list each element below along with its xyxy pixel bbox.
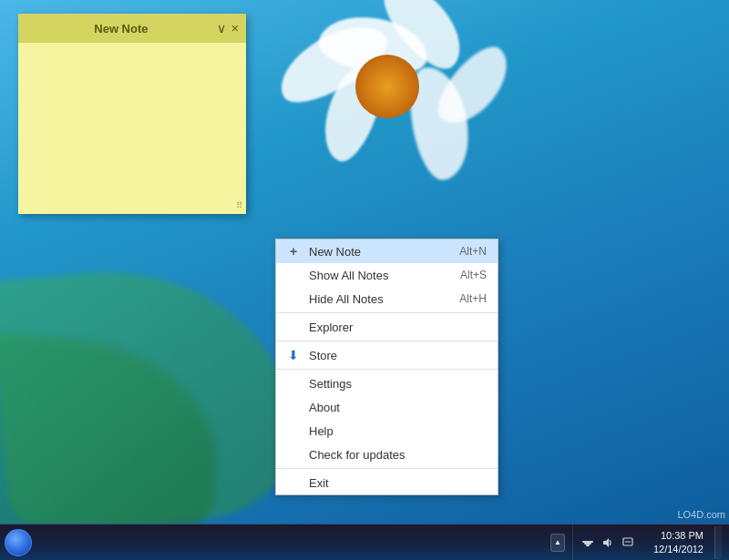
menu-item-settings-label: Settings [309,377,487,391]
note-resize-handle[interactable]: ⠿ [236,200,242,210]
menu-item-help-label: Help [309,424,487,438]
action-center-tray-icon[interactable] [621,535,635,550]
store-icon: ⬇ [285,347,302,363]
menu-separator-1 [276,312,498,313]
menu-item-check-updates-label: Check for updates [309,448,487,462]
plus-icon: + [285,243,302,260]
menu-item-about-label: About [309,401,487,414]
svg-rect-2 [586,545,590,546]
network-tray-icon[interactable] [580,535,595,550]
menu-item-explorer[interactable]: Explorer [276,315,498,339]
taskbar-clock[interactable]: 10:38 PM 12/14/2012 [646,529,711,555]
svg-marker-3 [603,538,609,547]
start-orb [5,529,32,556]
menu-item-hide-all-notes[interactable]: Hide All Notes Alt+H [276,287,498,311]
desktop: New Note ∨ × ⠿ + New Note Alt+N Show All… [0,0,729,560]
menu-item-exit-label: Exit [309,476,487,490]
menu-item-new-note[interactable]: + New Note Alt+N [276,239,498,263]
show-desktop-button[interactable] [714,526,722,559]
context-menu: + New Note Alt+N Show All Notes Alt+S Hi… [275,239,498,495]
start-button[interactable] [0,524,36,561]
note-minimize-button[interactable]: ∨ [217,22,226,35]
menu-separator-3 [276,369,498,370]
volume-tray-icon[interactable] [601,535,615,550]
notification-chevron-button[interactable]: ▲ [550,534,565,552]
taskbar-time: 10:38 PM [661,529,703,542]
menu-item-show-all-notes-label: Show All Notes [309,269,449,282]
watermark: LO4D.com [677,509,725,520]
note-body[interactable]: ⠿ [18,43,246,214]
chevron-up-icon: ▲ [554,538,561,546]
menu-item-new-note-label: New Note [309,245,448,259]
menu-item-hide-all-notes-label: Hide All Notes [309,292,448,306]
sticky-note: New Note ∨ × ⠿ [18,14,246,214]
menu-item-settings[interactable]: Settings [276,372,498,395]
menu-item-explorer-label: Explorer [309,321,487,334]
menu-item-new-note-shortcut: Alt+N [459,245,487,258]
taskbar: ▲ [0,524,729,560]
svg-rect-1 [584,543,591,545]
menu-item-show-all-notes-shortcut: Alt+S [460,269,487,281]
note-close-button[interactable]: × [231,22,239,35]
note-title: New Note [26,22,217,36]
menu-item-help[interactable]: Help [276,419,498,443]
menu-item-exit[interactable]: Exit [276,471,498,494]
menu-item-store-label: Store [309,349,487,362]
taskbar-right: ▲ [547,524,729,560]
note-controls: ∨ × [217,22,239,35]
menu-item-store[interactable]: ⬇ Store [276,343,498,367]
note-titlebar: New Note ∨ × [18,14,246,43]
menu-item-show-all-notes[interactable]: Show All Notes Alt+S [276,263,498,287]
menu-separator-4 [276,468,498,469]
menu-item-about[interactable]: About [276,395,498,419]
system-tray [572,524,642,560]
menu-item-check-updates[interactable]: Check for updates [276,443,498,466]
notification-area: ▲ [547,534,569,552]
taskbar-date: 12/14/2012 [653,543,703,555]
menu-separator-2 [276,341,498,341]
menu-item-hide-all-notes-shortcut: Alt+H [459,292,487,305]
svg-rect-0 [582,541,593,543]
